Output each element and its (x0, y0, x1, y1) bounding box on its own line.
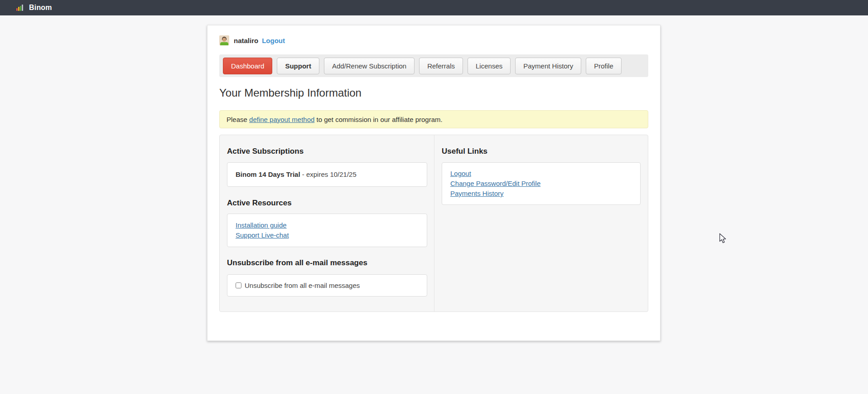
support-live-chat-link[interactable]: Support Live-chat (236, 230, 419, 240)
logout-link-top[interactable]: Logout (262, 37, 285, 44)
useful-links-heading: Useful Links (442, 147, 641, 156)
payout-alert: Please define payout method to get commi… (219, 110, 648, 128)
unsubscribe-box: Unsubscribe from all e-mail messages (227, 274, 427, 297)
tab-payment-history[interactable]: Payment History (515, 58, 581, 74)
mouse-cursor-icon (718, 233, 728, 244)
active-subscriptions-heading: Active Subscriptions (227, 147, 427, 156)
tab-dashboard[interactable]: Dashboard (223, 58, 272, 74)
resources-box: Installation guide Support Live-chat (227, 214, 427, 247)
unsubscribe-checkbox[interactable] (236, 282, 241, 288)
bar-chart-icon (16, 5, 24, 11)
nav-tabs: Dashboard Support Add/Renew Subscription… (219, 54, 648, 77)
tab-add-renew-subscription[interactable]: Add/Renew Subscription (324, 58, 415, 74)
username: nataliro (234, 37, 258, 44)
top-bar: Binom (0, 0, 868, 15)
subscriptions-column: Active Subscriptions Binom 14 Days Trial… (220, 135, 434, 311)
unsubscribe-checkbox-label[interactable]: Unsubscribe from all e-mail messages (245, 282, 360, 289)
user-row: nataliro Logout (219, 35, 648, 45)
tab-licenses[interactable]: Licenses (468, 58, 511, 74)
membership-card: nataliro Logout Dashboard Support Add/Re… (207, 25, 661, 341)
subscription-item: Binom 14 Days Trial - expires 10/21/25 (227, 162, 427, 187)
brand-logo: Binom (16, 4, 52, 12)
tab-referrals[interactable]: Referrals (419, 58, 463, 74)
subscription-name: Binom 14 Days Trial (236, 170, 300, 178)
change-password-edit-profile-link[interactable]: Change Password/Edit Profile (450, 179, 632, 189)
membership-panel: Active Subscriptions Binom 14 Days Trial… (219, 135, 648, 312)
define-payout-method-link[interactable]: define payout method (249, 116, 314, 123)
tab-support[interactable]: Support (277, 58, 319, 74)
installation-guide-link[interactable]: Installation guide (236, 220, 419, 230)
page-title: Your Membership Information (219, 87, 648, 99)
useful-links-box: Logout Change Password/Edit Profile Paym… (442, 162, 641, 205)
useful-links-column: Useful Links Logout Change Password/Edit… (434, 135, 648, 311)
logout-link[interactable]: Logout (450, 169, 632, 179)
brand-name: Binom (29, 4, 52, 12)
tab-profile[interactable]: Profile (586, 58, 622, 74)
alert-text-prefix: Please (227, 116, 249, 123)
subscription-expiry: - expires 10/21/25 (300, 170, 357, 178)
alert-text-suffix: to get commission in our affiliate progr… (314, 116, 442, 123)
payments-history-link[interactable]: Payments History (450, 189, 632, 199)
unsubscribe-heading: Unsubscribe from all e-mail messages (227, 258, 427, 268)
active-resources-heading: Active Resources (227, 199, 427, 208)
user-avatar (219, 35, 229, 45)
